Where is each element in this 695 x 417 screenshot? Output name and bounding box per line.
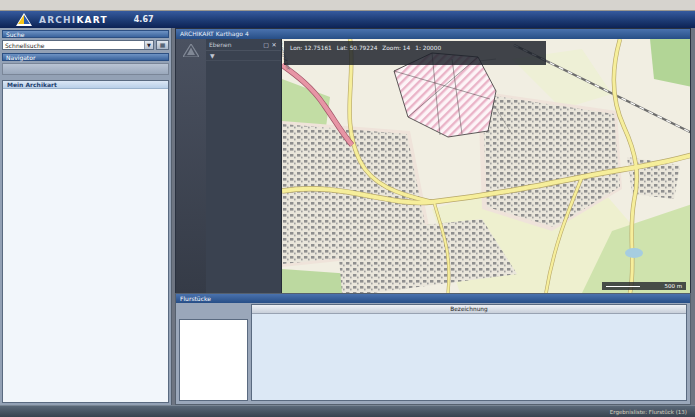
app-brand: ARCHIKART bbox=[39, 15, 108, 25]
layers-panel-title: Ebenen bbox=[209, 41, 262, 48]
search-input[interactable]: Schnellsuche bbox=[3, 42, 144, 49]
tree-root-label[interactable]: Mein Archikart bbox=[3, 81, 168, 89]
results-panel-title: Flurstücke bbox=[176, 294, 690, 303]
app-version: 4.67 bbox=[134, 15, 154, 24]
map-toolbar: Lon: 12.75161 Lat: 50.79224 Zoom: 14 1: … bbox=[284, 41, 546, 65]
archikart-application: ARCHIKART 4.67 Suche Schnellsuche ▼ ▦ Na… bbox=[0, 0, 695, 417]
map-scale-readout: 1: 20000 bbox=[415, 45, 441, 51]
filter-icon[interactable]: ▼ bbox=[210, 53, 217, 59]
map-side-toolbar bbox=[176, 39, 206, 293]
archikart-logo-icon bbox=[16, 13, 32, 26]
app-title-bar: ARCHIKART 4.67 bbox=[0, 11, 695, 28]
navigator-sidebar: Suche Schnellsuche ▼ ▦ Navigator Mein Ar… bbox=[0, 28, 172, 405]
layers-panel: Ebenen ▢ ✕ ▼ bbox=[206, 39, 282, 293]
search-options-button[interactable]: ▦ bbox=[156, 40, 169, 50]
latitude-readout: Lat: 50.79224 bbox=[337, 45, 378, 51]
map-window: ARCHIKART Karthago 4 Ebenen ▢ ✕ ▼ bbox=[175, 28, 691, 293]
results-table: Bezeichnung bbox=[251, 304, 687, 401]
scale-bar: 500 m bbox=[602, 282, 686, 290]
navigator-tree: Mein Archikart bbox=[2, 80, 169, 403]
zoom-level-readout: Zoom: 14 bbox=[382, 45, 410, 51]
results-toolbar bbox=[179, 306, 251, 317]
status-result-count: Ergebnisliste: Flurstück (13) bbox=[610, 409, 687, 415]
map-canvas[interactable]: Lon: 12.75161 Lat: 50.79224 Zoom: 14 1: … bbox=[282, 39, 690, 293]
navigator-header: Navigator bbox=[2, 53, 169, 61]
quick-search-combobox[interactable]: Schnellsuche ▼ bbox=[2, 40, 154, 50]
map-base-layer bbox=[282, 39, 690, 293]
column-header-bezeichnung[interactable]: Bezeichnung bbox=[252, 305, 686, 314]
chevron-down-icon[interactable]: ▼ bbox=[144, 41, 153, 49]
map-window-title: ARCHIKART Karthago 4 bbox=[176, 29, 690, 39]
status-bar: Ergebnisliste: Flurstück (13) bbox=[0, 405, 695, 417]
search-header: Suche bbox=[2, 30, 169, 38]
menu-bar bbox=[0, 0, 695, 11]
restore-icon[interactable]: ▢ bbox=[262, 41, 270, 48]
navigator-toolbar bbox=[2, 63, 169, 75]
archikart-watermark-icon bbox=[183, 44, 199, 57]
close-icon[interactable]: ✕ bbox=[270, 41, 278, 48]
result-sets-list bbox=[179, 319, 248, 401]
longitude-readout: Lon: 12.75161 bbox=[290, 45, 332, 51]
results-panel: Flurstücke Bezeichnung bbox=[175, 293, 691, 405]
